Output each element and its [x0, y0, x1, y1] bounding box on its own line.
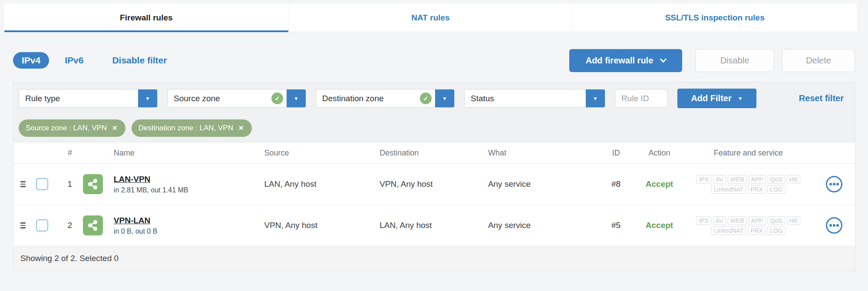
rule-traffic: in 0 B, out 0 B — [114, 228, 158, 235]
filter-section: Rule type ▼ Source zone ✓ ▼ Destination … — [13, 83, 855, 143]
table-footer: Showing 2 of 2. Selected 0 — [13, 246, 855, 271]
badge-web: WEB — [728, 216, 747, 225]
destination-zone-dropdown[interactable]: Destination zone ✓ ▼ — [316, 89, 455, 108]
badge-qos: QoS — [768, 175, 785, 184]
rule-id: #5 — [597, 221, 636, 230]
rule-what: Any service — [488, 221, 597, 230]
add-filter-button[interactable]: Add Filter ▼ — [677, 89, 756, 108]
filter-applied-check-icon: ✓ — [420, 93, 432, 104]
disable-filter-link[interactable]: Disable filter — [112, 55, 167, 66]
badge-prx: PRX — [748, 185, 766, 194]
remove-filter-icon[interactable]: ✕ — [112, 124, 118, 132]
chevron-down-icon — [660, 56, 667, 63]
status-dropdown[interactable]: Status ▼ — [464, 89, 605, 108]
row-handle-cell — [20, 222, 36, 228]
feature-badges: IPS AV WEB APP QoS HB LinkedNAT PRX LOG — [683, 216, 813, 235]
dropdown-arrow-icon: ▼ — [738, 96, 743, 102]
rule-name-cell: LAN-VPN in 2.81 MB, out 1.41 MB — [82, 174, 264, 194]
row-checkbox-cell — [36, 178, 58, 190]
tab-firewall-rules[interactable]: Firewall rules — [4, 3, 288, 32]
row-number: 2 — [58, 221, 82, 230]
row-count-summary: Showing 2 of 2. Selected 0 — [20, 254, 119, 263]
badge-linkednat: LinkedNAT — [711, 226, 746, 235]
rule-source: LAN, Any host — [264, 179, 380, 189]
badge-linkednat: LinkedNAT — [711, 185, 746, 194]
row-menu-ellipsis-button[interactable] — [826, 176, 842, 192]
toolbar: IPv4 IPv6 Disable filter Add firewall ru… — [13, 49, 855, 72]
rule-type-dropdown[interactable]: Rule type ▼ — [19, 89, 158, 108]
rule-action: Accept — [636, 179, 683, 189]
row-checkbox-cell — [36, 219, 58, 231]
badge-app: APP — [749, 175, 766, 184]
rule-name-link[interactable]: LAN-VPN — [114, 175, 188, 184]
header-number: # — [58, 149, 82, 158]
rule-what: Any service — [488, 179, 597, 189]
badge-log: LOG — [767, 226, 785, 235]
badge-prx: PRX — [748, 226, 766, 235]
rule-id-input[interactable] — [615, 89, 668, 108]
rule-source: VPN, Any host — [264, 221, 380, 230]
tab-ssl-tls-inspection-rules[interactable]: SSL/TLS inspection rules — [572, 3, 857, 32]
dropdown-arrow-icon[interactable]: ▼ — [435, 89, 454, 108]
reset-filter-link[interactable]: Reset filter — [799, 93, 844, 103]
status-dropdown-label: Status — [465, 94, 586, 103]
header-name: Name — [82, 149, 264, 158]
drag-handle-icon[interactable] — [20, 181, 26, 187]
destination-zone-dropdown-label: Destination zone — [316, 94, 420, 103]
add-filter-label: Add Filter — [691, 93, 731, 103]
rule-destination: VPN, Any host — [380, 179, 488, 189]
row-menu-cell — [813, 176, 855, 192]
dropdown-arrow-icon[interactable]: ▼ — [586, 89, 605, 108]
dropdown-arrow-icon[interactable]: ▼ — [138, 89, 157, 108]
badge-qos: QoS — [768, 216, 785, 225]
badge-av: AV — [713, 216, 726, 225]
header-source: Source — [264, 149, 380, 158]
badge-log: LOG — [767, 185, 785, 194]
filter-chip-label: Destination zone : LAN, VPN — [139, 124, 233, 132]
rule-type-dropdown-label: Rule type — [19, 94, 138, 103]
row-checkbox[interactable] — [36, 178, 48, 190]
delete-button[interactable]: Delete — [782, 49, 855, 72]
disable-button[interactable]: Disable — [695, 49, 774, 72]
share-network-icon — [83, 174, 103, 194]
add-firewall-rule-button[interactable]: Add firewall rule — [569, 49, 682, 72]
drag-handle-icon[interactable] — [20, 222, 26, 228]
table-header-row: # Name Source Destination What ID Action… — [13, 143, 855, 164]
row-handle-cell — [20, 181, 36, 187]
rule-id: #8 — [597, 179, 636, 189]
filter-chip-destination-zone[interactable]: Destination zone : LAN, VPN ✕ — [132, 119, 252, 137]
rule-name-cell: VPN-LAN in 0 B, out 0 B — [82, 215, 264, 235]
source-zone-dropdown-label: Source zone — [168, 94, 271, 103]
badge-ips: IPS — [696, 216, 711, 225]
tab-nat-rules[interactable]: NAT rules — [288, 3, 573, 32]
badge-app: APP — [749, 216, 766, 225]
row-menu-cell — [813, 217, 855, 234]
badge-hb: HB — [787, 175, 800, 184]
ipv4-toggle[interactable]: IPv4 — [13, 52, 49, 69]
filter-chip-source-zone[interactable]: Source zone : LAN, VPN ✕ — [19, 119, 125, 137]
row-menu-ellipsis-button[interactable] — [826, 217, 842, 234]
table-row: 2 VPN-LAN in 0 B, out 0 B VPN, Any host … — [13, 205, 855, 246]
rule-name-link[interactable]: VPN-LAN — [114, 216, 158, 225]
badge-web: WEB — [728, 175, 747, 184]
share-network-icon — [83, 215, 103, 235]
source-zone-dropdown[interactable]: Source zone ✓ ▼ — [167, 89, 306, 108]
filter-chip-label: Source zone : LAN, VPN — [26, 124, 107, 132]
row-checkbox[interactable] — [36, 219, 48, 231]
ipv6-toggle[interactable]: IPv6 — [65, 55, 83, 66]
header-destination: Destination — [380, 149, 488, 158]
header-id: ID — [597, 149, 636, 158]
rule-action: Accept — [636, 221, 683, 230]
badge-hb: HB — [787, 216, 800, 225]
add-firewall-rule-label: Add firewall rule — [586, 56, 653, 66]
remove-filter-icon[interactable]: ✕ — [238, 124, 244, 132]
filter-applied-check-icon: ✓ — [271, 93, 283, 104]
rules-tab-bar: Firewall rules NAT rules SSL/TLS inspect… — [4, 3, 857, 32]
badge-ips: IPS — [696, 175, 711, 184]
header-action: Action — [636, 149, 683, 158]
filter-controls: Rule type ▼ Source zone ✓ ▼ Destination … — [19, 89, 848, 108]
rule-name-wrap: VPN-LAN in 0 B, out 0 B — [114, 216, 158, 235]
rule-traffic: in 2.81 MB, out 1.41 MB — [114, 186, 188, 194]
dropdown-arrow-icon[interactable]: ▼ — [287, 89, 306, 108]
rule-destination: LAN, Any host — [380, 221, 488, 230]
